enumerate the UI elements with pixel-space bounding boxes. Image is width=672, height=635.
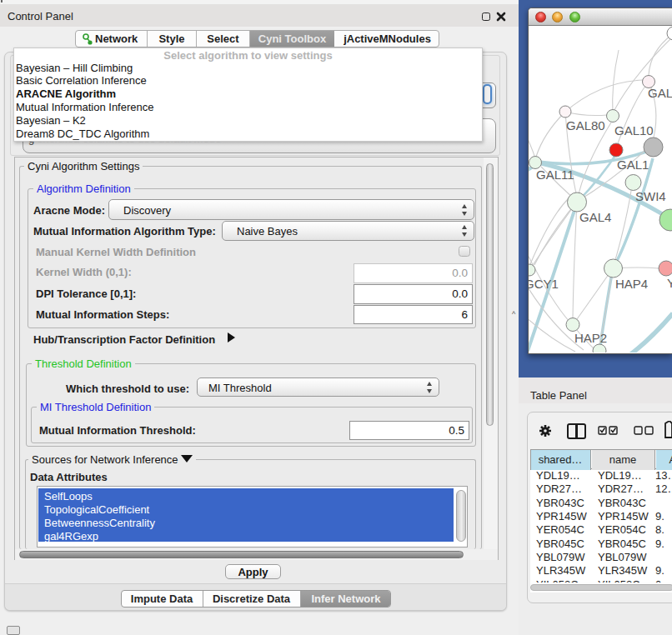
svg-text:HAP4: HAP4 xyxy=(615,277,648,291)
svg-text:GAL4: GAL4 xyxy=(579,210,611,224)
svg-text:HAP2: HAP2 xyxy=(574,331,607,345)
svg-text:GAL1: GAL1 xyxy=(617,158,649,172)
svg-text:GAL11: GAL11 xyxy=(536,168,574,182)
svg-text:GAL2: GAL2 xyxy=(648,86,672,100)
svg-text:GAL10: GAL10 xyxy=(614,123,654,138)
svg-text:GCY1: GCY1 xyxy=(529,277,559,291)
svg-text:SWI4: SWI4 xyxy=(635,189,666,203)
svg-text:GAL80: GAL80 xyxy=(566,118,605,132)
svg-text:Y: Y xyxy=(667,276,672,290)
